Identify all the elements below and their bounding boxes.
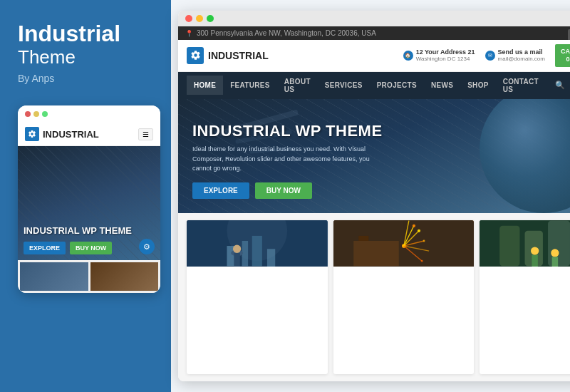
nav-item-about[interactable]: ABOUT US — [277, 72, 318, 99]
hero-globe-shape — [480, 99, 570, 213]
mobile-dot-red — [25, 111, 31, 117]
mobile-dot-green — [42, 111, 48, 117]
svg-point-17 — [418, 229, 420, 232]
explore-button[interactable]: EXPLORE — [192, 182, 249, 199]
title-text: Industrial — [18, 21, 157, 46]
card-img-inner-3 — [480, 220, 570, 267]
svg-point-18 — [423, 239, 425, 242]
mail-icon: ✉ — [485, 51, 495, 61]
svg-point-19 — [412, 224, 415, 227]
logo-gear-icon — [187, 47, 204, 64]
svg-rect-31 — [552, 257, 558, 266]
svg-point-30 — [551, 249, 559, 257]
contact-address-text: 12 Your Address 21 Washington DC 1234 — [416, 48, 475, 62]
mobile-content-grid — [18, 260, 160, 293]
browser-content: 📍 300 Pennsylvania Ave NW, Washington, D… — [178, 26, 570, 381]
logo-text: INDUSTRIAL — [208, 50, 269, 61]
mobile-explore-button[interactable]: EXPLORE — [24, 242, 66, 254]
svg-rect-26 — [548, 220, 570, 266]
site-header: INDUSTRIAL 🏠 12 Your Address 21 Washingt… — [178, 40, 570, 72]
hero-description: Ideal theme for any industrial business … — [192, 145, 378, 174]
svg-rect-21 — [353, 241, 399, 266]
by-text: By Anps — [18, 73, 157, 84]
svg-rect-7 — [234, 253, 239, 267]
mobile-grid-item-2 — [90, 262, 159, 291]
site-nav: HOME FEATURES ABOUT US SERVICES PROJECTS… — [178, 72, 570, 99]
svg-point-20 — [420, 259, 423, 262]
card-img-inner-2 — [333, 220, 475, 267]
nav-item-projects[interactable]: PROJECTS — [370, 76, 424, 95]
nav-item-contact[interactable]: CONTACT US — [496, 72, 546, 99]
buy-now-button[interactable]: BUY NOW — [255, 182, 312, 199]
svg-point-28 — [531, 247, 539, 254]
browser-dot-yellow — [196, 15, 203, 22]
mobile-hamburger-button[interactable]: ☰ — [138, 128, 153, 140]
contact-info: 🏠 12 Your Address 21 Washington DC 1234 … — [403, 44, 570, 67]
left-panel: Industrial Theme By Anps INDUSTRIAL ☰ — [0, 0, 171, 392]
site-logo: INDUSTRIAL — [187, 47, 269, 64]
mobile-hero-title: INDUSTRIAL WP THEME — [24, 225, 155, 237]
right-panel: 📍 300 Pennsylvania Ave NW, Washington, D… — [171, 0, 570, 392]
contact-mail-text: Send us a mail mail@domain.com — [498, 48, 545, 62]
contact-address-label: 12 Your Address 21 — [416, 48, 475, 56]
mobile-nav: INDUSTRIAL ☰ — [18, 123, 160, 146]
content-card-2 — [333, 220, 475, 374]
call-number: 080 - 886 - 357 — [561, 56, 570, 63]
svg-rect-29 — [532, 254, 538, 266]
contact-mail-item: ✉ Send us a mail mail@domain.com — [485, 48, 545, 62]
card-img-inner-1 — [187, 220, 328, 267]
card-image-2 — [333, 220, 475, 267]
browser-dot-green — [207, 15, 214, 22]
subtitle-text: Theme — [18, 46, 157, 68]
svg-rect-5 — [267, 249, 275, 267]
address-text: 300 Pennsylvania Ave NW, Washington, DC … — [197, 29, 376, 37]
svg-rect-24 — [500, 225, 520, 265]
card-image-3 — [480, 220, 570, 267]
browser-titlebar — [178, 11, 570, 26]
address-bar: 📍 300 Pennsylvania Ave NW, Washington, D… — [178, 26, 570, 40]
mobile-logo-text: INDUSTRIAL — [43, 129, 99, 140]
nav-item-home[interactable]: HOME — [187, 76, 223, 95]
nav-search-icon[interactable]: 🔍 — [549, 75, 570, 96]
card-image-1 — [187, 220, 328, 267]
content-card-3 — [480, 220, 570, 374]
browser-window: 📍 300 Pennsylvania Ave NW, Washington, D… — [178, 11, 570, 381]
mobile-hero-buttons: EXPLORE BUY NOW — [24, 242, 155, 254]
nav-item-features[interactable]: FEATURES — [223, 76, 277, 95]
contact-address-sub: Washington DC 1234 — [416, 56, 475, 62]
home-icon: 🏠 — [403, 51, 413, 61]
site-hero: INDUSTRIAL WP THEME Ideal theme for any … — [178, 99, 570, 213]
hero-buttons: EXPLORE BUY NOW — [192, 182, 383, 199]
mobile-logo: INDUSTRIAL — [25, 127, 99, 141]
hero-content: INDUSTRIAL WP THEME Ideal theme for any … — [192, 122, 383, 199]
contact-mail-label: Send us a mail — [498, 48, 545, 56]
contact-address-item: 🏠 12 Your Address 21 Washington DC 1234 — [403, 48, 475, 62]
call-label: CALL TOLL FREE — [561, 48, 570, 56]
nav-item-shop[interactable]: SHOP — [460, 76, 496, 95]
mobile-grid-item-1 — [20, 262, 88, 291]
mobile-titlebar — [18, 105, 160, 123]
location-icon: 📍 — [185, 30, 193, 37]
browser-dot-red — [185, 15, 192, 22]
contact-mail-sub: mail@domain.com — [498, 56, 545, 62]
call-button[interactable]: CALL TOLL FREE 080 - 886 - 357 — [555, 44, 570, 67]
mobile-buy-button[interactable]: BUY NOW — [70, 242, 112, 254]
nav-item-services[interactable]: SERVICES — [318, 76, 370, 95]
svg-point-8 — [233, 244, 241, 252]
mobile-dot-yellow — [33, 111, 39, 117]
theme-title: Industrial Theme By Anps — [18, 21, 157, 98]
nav-item-news[interactable]: NEWS — [424, 76, 460, 95]
hero-title: INDUSTRIAL WP THEME — [192, 122, 383, 140]
mobile-mockup: INDUSTRIAL ☰ INDUSTRIAL WP THEME EXPLORE… — [18, 105, 160, 293]
site-content-grid — [178, 213, 570, 381]
svg-rect-4 — [252, 236, 262, 266]
content-card-1 — [187, 220, 328, 374]
mobile-hero-content: INDUSTRIAL WP THEME EXPLORE BUY NOW — [18, 220, 160, 261]
mobile-hero: INDUSTRIAL WP THEME EXPLORE BUY NOW ⚙ — [18, 146, 160, 260]
svg-rect-22 — [358, 236, 368, 241]
mobile-gear-icon — [25, 127, 39, 141]
